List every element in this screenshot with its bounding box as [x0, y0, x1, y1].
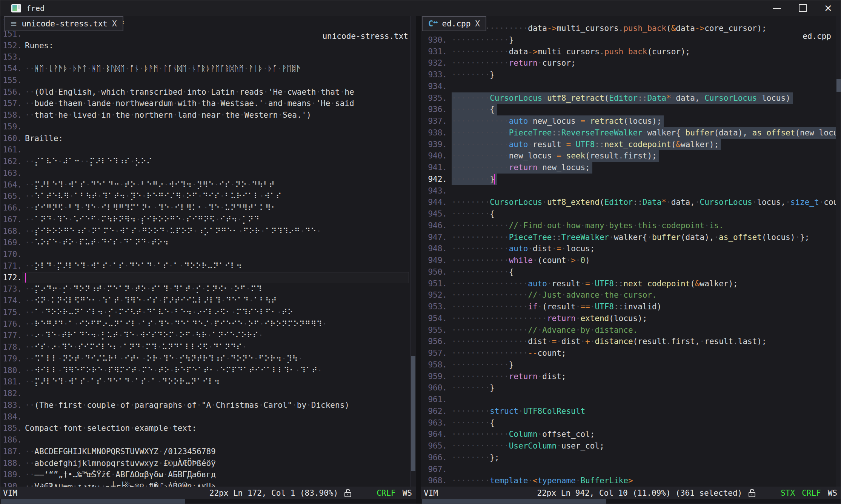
code-line[interactable]: 961.	[421, 394, 841, 406]
code-line[interactable]: 930.············}	[421, 34, 841, 46]
code-line[interactable]: 153.	[0, 51, 416, 63]
code-line[interactable]: 967.	[421, 464, 841, 475]
code-line[interactable]: 159.	[0, 121, 416, 133]
code-line[interactable]: 943.	[421, 185, 841, 197]
horizontal-scrollbar-thumb-left[interactable]	[1, 499, 185, 504]
vertical-scrollbar-thumb-left[interactable]	[411, 356, 415, 471]
code-line[interactable]: 949.············while·(count·>·0)	[421, 255, 841, 266]
code-line[interactable]: 183.··(The·first·couple·of·paragraphs·of…	[0, 400, 416, 411]
code-line[interactable]: 189.··–—‘“”„†•…‰™œŠŸž€·ΑΒΓΔΩαβγδω·АБВГДа…	[0, 469, 416, 481]
code-line[interactable]: 168.··⡎⠊⠗⠕⠕⠛⠑⠰⠎·⠝⠁⠍⠑·⠺⠁⠎·⠛⠕⠕⠙·⠥⠏⠕⠝·⠰⡡⠁⠝⠛…	[0, 226, 416, 237]
code-line[interactable]: 964.············Column·offset_col;	[421, 429, 841, 440]
text-area-right[interactable]: 929.················data->multi_cursors.…	[421, 16, 841, 487]
editor-pane-right[interactable]: 929.················data->multi_cursors.…	[421, 16, 841, 487]
code-line[interactable]: 935.········CursorLocus·utf8_retract(Edi…	[421, 92, 841, 104]
code-line[interactable]: 187.··ABCDEFGHIJKLMNOPQRSTUVWXYZ·/012345…	[0, 446, 416, 458]
code-line[interactable]: 934.	[421, 81, 841, 92]
code-line[interactable]: 163.	[0, 167, 416, 179]
code-line[interactable]: 162.··⡌⠁⠧⠑·⠼⠁⠒··⡍⠜⠇⠑⠹⠰⠎·⡣⠕⠌	[0, 156, 416, 167]
code-line[interactable]: 963.········{	[421, 417, 841, 429]
vertical-scrollbar-left[interactable]	[411, 16, 416, 487]
code-line[interactable]: 154.··ᚻᛖ·ᚳᚹᚫᚦ·ᚦᚫᛏ·ᚻᛖ·ᛒᚢᛞᛖ·ᚩᚾ·ᚦᚫᛗ·ᛚᚪᚾᛞᛖ·ᚾ…	[0, 63, 416, 75]
code-line[interactable]: 936.········{	[421, 104, 841, 115]
text-area-left[interactable]: 150.··እግርህን·በፍራሽህ·ልክ·ዘርጋ።151.152.Runes:1…	[0, 16, 416, 487]
code-line[interactable]: 178.··⠊⠎·⠔·⠹⠑·⠎⠊⠍⠊⠇⠑⠆·⠁⠝⠙·⠍⠹·⠥⠝⠙⠁⠇⠇⠪⠫·⠙⠁…	[0, 341, 416, 353]
close-button[interactable]: ✕	[815, 0, 841, 16]
code-line[interactable]: 960.········}	[421, 382, 841, 394]
code-line[interactable]: 180.··⠺⠊⠇⠇·⠹⠻⠑⠋⠕⠗⠑·⠏⠻⠍⠊⠞·⠍⠑·⠞⠕·⠗⠑⠏⠑⠁⠞⠂·⠑…	[0, 365, 416, 376]
editor-pane-left[interactable]: 150.··እግርህን·በፍራሽህ·ልክ·ዘርጋ።151.152.Runes:1…	[0, 16, 416, 487]
code-line[interactable]: 185.Compact·font·selection·example·text:	[0, 423, 416, 434]
code-line[interactable]: 152.Runes:	[0, 40, 416, 52]
code-line[interactable]: 174.··⠪⠝·⠅⠝⠪⠇⠫⠛⠑⠂·⠱⠁⠞·⠹⠻⠑·⠊⠎·⠏⠜⠞⠊⠊⠥⠇⠜⠇⠹·…	[0, 295, 416, 307]
code-line[interactable]: 175.··⠁·⠙⠕⠕⠗⠤⠝⠁⠊⠇⠲·⡊·⠍⠊⠣⠞·⠙⠁⠧⠑·⠃⠑⠲·⠔⠊⠇⠔⠫…	[0, 307, 416, 318]
code-line[interactable]: 164.··⡍⠜⠇⠑⠹·⠺⠁⠎·⠙⠑⠁⠙⠒·⠞⠕·⠃⠑⠛⠔·⠺⠊⠹⠲·⡹⠻⠑·⠊…	[0, 179, 416, 191]
code-line[interactable]: 955.················//·Advance·by·distan…	[421, 324, 841, 336]
line-text: ················if·(result·==·UTF8::inva…	[452, 301, 661, 313]
code-line[interactable]: 931.············data->multi_cursors.push…	[421, 46, 841, 58]
code-line[interactable]: 176.··⠗⠑⠛⠜⠙·⠁·⠊⠕⠋⠋⠔⠤⠝⠁⠊⠇·⠁⠎·⠹⠑·⠙⠑⠁⠙⠑⠌·⠏⠊…	[0, 318, 416, 330]
code-line[interactable]: 165.··⠱⠁⠞⠑⠧⠻·⠁⠃⠳⠞·⠹⠁⠞⠲·⡹⠑·⠗⠑⠛⠊⠌⠻·⠕⠋·⠙⠊⠎·…	[0, 191, 416, 202]
code-line[interactable]: 181.··⡍⠜⠇⠑⠹·⠺⠁⠎·⠁⠎·⠙⠑⠁⠙·⠁⠎·⠁·⠙⠕⠕⠗⠤⠝⠁⠊⠇⠲	[0, 376, 416, 388]
tab-ed-cpp[interactable]: ed.cpp X	[422, 16, 486, 31]
code-line[interactable]: 952.················//·Just·advance·the·…	[421, 289, 841, 301]
code-line[interactable]: 169.··⠡⠕⠎⠑·⠞⠕·⠏⠥⠞·⠙⠊⠎·⠙⠁⠝⠙·⠞⠕⠲	[0, 237, 416, 249]
code-line[interactable]: 161.	[0, 144, 416, 156]
code-line[interactable]: 188.··abcdefghijklmnopqrstuvwxyz·£©µÀÆÖÞ…	[0, 458, 416, 469]
code-line[interactable]: 968.········template·<typename·BufferLik…	[421, 475, 841, 487]
code-line[interactable]: 166.··⠎⠊⠛⠝⠫·⠃⠹·⠹⠑·⠊⠇⠻⠛⠹⠍⠁⠝⠂·⠹⠑·⠊⠇⠻⠅⠂·⠹⠑·…	[0, 202, 416, 214]
code-line[interactable]: 945.········{	[421, 208, 841, 220]
code-line[interactable]: 965.············UserColumn·user_col;	[421, 440, 841, 452]
code-line[interactable]: 944.········CursorLocus·utf8_extend(Edit…	[421, 197, 841, 208]
code-line[interactable]: 932.············return·cursor;	[421, 57, 841, 69]
code-line[interactable]: 179.··⠩⠁⠇⠇·⠝⠕⠞·⠙⠊⠌⠥⠗⠃·⠊⠞⠂·⠕⠗·⠹⠑·⡊⠳⠝⠞⠗⠹⠰⠎…	[0, 353, 416, 365]
vertical-scrollbar-right[interactable]	[836, 16, 841, 487]
code-line[interactable]: 941.············return·new_locus;	[421, 162, 841, 174]
code-line[interactable]: 158.··that·he·lived·in·the·northern·land…	[0, 109, 416, 121]
minimize-button[interactable]	[764, 0, 790, 16]
code-line[interactable]: 186.	[0, 434, 416, 446]
code-line[interactable]: 946.············//·Find·out·how·many·byt…	[421, 220, 841, 232]
code-line[interactable]: 155.	[0, 75, 416, 86]
code-line[interactable]: 167.··⠁⠝⠙·⠹⠑·⠡⠊⠑⠋·⠍⠳⠗⠝⠻⠲·⡎⠊⠗⠕⠕⠛⠑·⠎⠊⠛⠝⠫·⠊…	[0, 214, 416, 226]
line-number: 170.	[0, 249, 22, 260]
code-line[interactable]: 173.··⡍⠔⠙⠖·⡊·⠙⠕⠝⠰⠞·⠍⠑⠁⠝·⠞⠕·⠎⠁⠹·⠹⠁⠞·⡊·⠅⠝⠪…	[0, 283, 416, 295]
code-line[interactable]: 950.············{	[421, 266, 841, 278]
code-line[interactable]: 190.··∀∂∈ℝ∧∪≡∞·↑↗↨↻⇣·┐┼╔╘░►☺♀·ﬁ�⑀₂ἠḂӥẄɐː…	[0, 481, 416, 487]
code-line[interactable]: 157.··bude·thaem·lande·northweardum·with…	[0, 98, 416, 109]
code-line[interactable]: 957.················--count;	[421, 347, 841, 359]
code-line[interactable]: 170.	[0, 249, 416, 260]
code-line[interactable]: 956.················dist·=·dist·+·distan…	[421, 336, 841, 347]
code-line[interactable]: 182.	[0, 388, 416, 400]
code-line[interactable]: 954.····················return·extend(lo…	[421, 313, 841, 324]
code-line[interactable]: 942.········}	[421, 174, 841, 185]
code-line[interactable]: 962.········struct·UTF8ColResult	[421, 406, 841, 417]
code-line[interactable]: 940.············new_locus·=·seek(result.…	[421, 150, 841, 162]
code-line[interactable]: 938.············PieceTree::ReverseTreeWa…	[421, 127, 841, 139]
tab-unicode-stress[interactable]: unicode-stress.txt X	[4, 16, 123, 31]
maximize-button[interactable]	[790, 0, 815, 16]
code-line[interactable]: 156.··(Old·English,·which·transcribed·in…	[0, 86, 416, 98]
code-line[interactable]: 951.················auto·result·=·UTF8::…	[421, 278, 841, 290]
horizontal-scrollbar-thumb-right[interactable]	[422, 499, 606, 504]
code-line[interactable]: 958.············}	[421, 359, 841, 371]
close-tab-icon[interactable]: X	[475, 19, 480, 28]
code-line[interactable]: 966.········};	[421, 452, 841, 464]
code-line[interactable]: 948.············auto·dist·=·locus;	[421, 243, 841, 255]
code-line[interactable]: 171.··⡕⠇⠙·⡍⠜⠇⠑⠹·⠺⠁⠎·⠁⠎·⠙⠑⠁⠙·⠁⠎·⠁·⠙⠕⠕⠗⠤⠝⠁…	[0, 260, 416, 272]
code-line[interactable]: 953.················if·(result·==·UTF8::…	[421, 301, 841, 313]
horizontal-scrollbar-left[interactable]	[0, 499, 416, 504]
title-bar[interactable]: fred ✕	[0, 0, 841, 16]
code-line[interactable]: 959.············return·dist;	[421, 371, 841, 383]
code-line[interactable]: 160.Braille:	[0, 133, 416, 144]
code-line[interactable]: 937.············auto·new_locus·=·retract…	[421, 115, 841, 127]
vertical-scrollbar-thumb-right[interactable]	[836, 79, 841, 92]
code-line[interactable]: 933.········}	[421, 69, 841, 81]
code-line[interactable]: 184.	[0, 411, 416, 423]
close-tab-icon[interactable]: X	[112, 19, 117, 28]
code-line[interactable]: 939.············auto·result·=·UTF8::next…	[421, 139, 841, 151]
code-line[interactable]: 947.············PieceTree::TreeWalker·wa…	[421, 232, 841, 243]
code-line[interactable]: 172.	[0, 272, 416, 284]
code-line[interactable]: 177.··⠔·⠹⠑·⠞⠗⠁⠙⠑⠲·⡃⠥⠞·⠹⠑·⠺⠊⠎⠙⠕⠍·⠕⠋·⠳⠗·⠁⠝…	[0, 330, 416, 341]
horizontal-scrollbar-right[interactable]	[421, 499, 841, 504]
